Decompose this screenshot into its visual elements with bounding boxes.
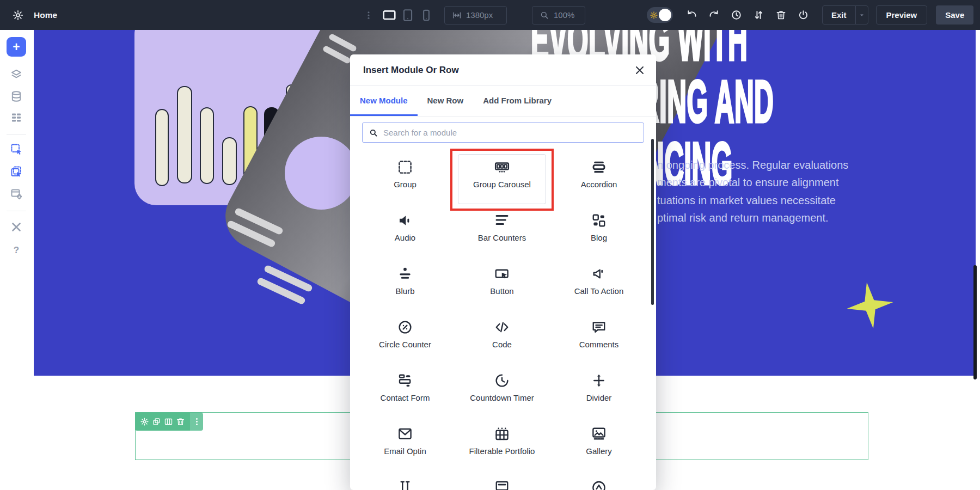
sidebar-divider (7, 211, 26, 211)
close-icon[interactable] (633, 64, 646, 77)
search-icon (369, 128, 378, 138)
help-icon[interactable]: ? (11, 245, 21, 256)
canvas-zoom-value: 100% (554, 10, 574, 20)
canvas-width-control[interactable]: 1380px (444, 6, 507, 24)
tablet-view-icon[interactable] (401, 8, 415, 22)
phone-view-icon[interactable] (419, 8, 433, 22)
undo-icon[interactable] (686, 9, 697, 21)
toolbar-more-icon[interactable] (364, 10, 373, 20)
page-settings-icon[interactable] (12, 9, 24, 21)
search-input[interactable] (383, 128, 638, 137)
page: Home 1380px 100% (0, 0, 980, 490)
blurb-icon (397, 266, 413, 282)
gallery-icon (591, 426, 607, 442)
module-label: Contact Form (381, 393, 430, 402)
row-controls-toolbar (135, 413, 203, 431)
module-label: Accordion (581, 180, 617, 189)
module-item-code[interactable]: Code (454, 313, 550, 366)
select-elements-icon[interactable] (10, 165, 23, 178)
canvas-zoom-control[interactable]: 100% (532, 6, 585, 24)
save-label: Save (945, 10, 964, 20)
circle-counter-icon (397, 319, 413, 335)
database-icon[interactable] (10, 90, 23, 103)
tab-new-row[interactable]: New Row (418, 86, 474, 116)
preview-button[interactable]: Preview (876, 5, 928, 24)
module-settings-icon[interactable] (10, 187, 23, 200)
chart-bar (222, 137, 237, 185)
page-title: Home (34, 10, 57, 20)
accordion-icon (591, 159, 607, 175)
desktop-view-icon[interactable] (382, 8, 396, 22)
exit-label: Exit (823, 10, 855, 20)
module-item-blurb[interactable]: Blurb (357, 259, 454, 313)
divider-icon (591, 372, 607, 389)
module-item-partial-heading[interactable] (357, 473, 454, 490)
bar-counters-icon (494, 212, 510, 229)
module-item-audio[interactable]: Audio (357, 206, 454, 259)
trash-icon[interactable] (775, 9, 787, 21)
modal-tabs: New Module New Row Add From Library (350, 86, 656, 117)
code-icon (494, 319, 510, 335)
module-item-email-optin[interactable]: Email Optin (357, 419, 454, 473)
row-settings-icon[interactable] (140, 417, 149, 426)
module-item-contact-form[interactable]: Contact Form (357, 366, 454, 419)
page-scrollbar[interactable] (973, 265, 977, 379)
paragraph-line: tuations in market values necessitate (657, 192, 902, 209)
module-item-comments[interactable]: Comments (550, 313, 647, 366)
insert-module-modal: Insert Module Or Row New Module New Row … (350, 54, 656, 490)
module-label: Blog (591, 233, 607, 242)
add-module-button[interactable]: + (7, 37, 26, 57)
row-duplicate-icon[interactable] (152, 417, 161, 426)
module-item-group-carousel[interactable]: Group Carousel (454, 152, 550, 206)
group-icon (397, 159, 413, 175)
row-more-icon[interactable] (192, 417, 201, 426)
module-item-blog[interactable]: Blog (550, 206, 647, 259)
select-element-icon[interactable] (10, 143, 23, 156)
purple-circle-illustration (285, 137, 358, 210)
module-item-accordion[interactable]: Accordion (550, 152, 647, 206)
paragraph-line: n ongoing process. Regular evaluations (657, 156, 902, 174)
exit-button[interactable]: Exit (822, 5, 868, 24)
tab-new-module[interactable]: New Module (350, 86, 418, 116)
module-item-button[interactable]: Button (454, 259, 550, 313)
redo-icon[interactable] (708, 9, 720, 21)
paragraph-line: ptimal risk and return management. (657, 209, 902, 226)
module-label: Circle Counter (379, 340, 431, 349)
power-icon[interactable] (798, 9, 809, 21)
module-label: Gallery (586, 446, 612, 456)
hero-paragraph[interactable]: n ongoing process. Regular evaluations m… (657, 156, 902, 226)
module-item-bar-counters[interactable]: Bar Counters (454, 206, 550, 259)
module-item-divider[interactable]: Divider (550, 366, 647, 419)
module-label: Button (490, 286, 513, 296)
blog-icon (591, 212, 607, 229)
tab-add-from-library[interactable]: Add From Library (473, 86, 561, 116)
module-item-circle-counter[interactable]: Circle Counter (357, 313, 454, 366)
layers-icon[interactable] (10, 68, 23, 81)
sort-arrows-icon[interactable] (753, 9, 764, 21)
module-item-filterable-portfolio[interactable]: Filterable Portfolio (454, 419, 550, 473)
history-icon[interactable] (731, 9, 742, 21)
module-item-group[interactable]: Group (357, 152, 454, 206)
module-item-partial-box[interactable] (454, 473, 550, 490)
module-search[interactable] (362, 122, 644, 143)
button-icon (494, 266, 510, 282)
partial-heading-icon (397, 479, 413, 490)
module-item-gallery[interactable]: Gallery (550, 419, 647, 473)
save-button[interactable]: Save (936, 5, 973, 24)
email-optin-icon (397, 426, 413, 442)
module-label: Bar Counters (478, 233, 526, 242)
row-delete-icon[interactable] (176, 417, 185, 426)
row-columns-icon[interactable] (164, 417, 173, 426)
module-item-partial-circle[interactable] (550, 473, 647, 490)
module-label: Filterable Portfolio (469, 446, 535, 456)
module-item-countdown-timer[interactable]: Countdown Timer (454, 366, 550, 419)
modal-scrollbar[interactable] (651, 139, 654, 305)
canvas-width-value: 1380px (466, 10, 493, 20)
wireframe-view-icon[interactable] (10, 111, 23, 124)
module-label: Group Carousel (473, 180, 531, 189)
modal-title: Insert Module Or Row (363, 65, 459, 76)
exit-caret-icon[interactable] (856, 11, 868, 19)
module-item-call-to-action[interactable]: Call To Action (550, 259, 647, 313)
builder-settings-toggle[interactable] (647, 7, 673, 23)
tools-icon[interactable] (10, 220, 23, 234)
